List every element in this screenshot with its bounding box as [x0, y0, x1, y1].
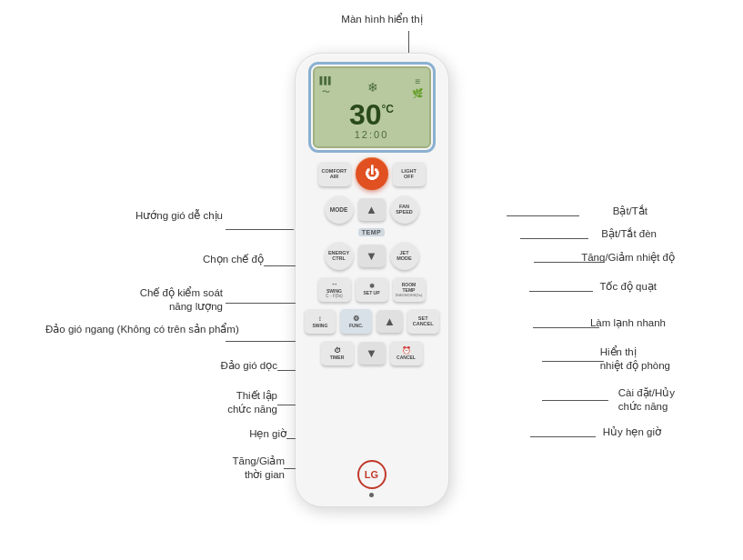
annotation-fast-cool: Làm lạnh nhanh	[590, 316, 666, 330]
snowflake-icon: ❄	[367, 80, 378, 95]
comfort-air-label: COMFORT AIR	[318, 168, 351, 179]
line-room-temp-h	[542, 361, 604, 362]
annotation-swing-v: Đảo gió dọc	[150, 359, 277, 373]
energy-ctrl-label: ENERGYCTRL	[328, 250, 349, 261]
room-temp-button[interactable]: ROOMTEMP DIAGNOSIS(5s)	[393, 276, 426, 302]
display-temperature: 30°C	[349, 100, 394, 129]
row-2: MODE ▲ FANSPEED	[305, 195, 439, 224]
setup-button[interactable]: ❄ SET UP	[356, 276, 388, 302]
scene: Màn hình hiển thị ▌▌▌ 〜 ❄ ≡ 🌿 30°C 12:00	[0, 0, 743, 560]
annotation-display: Màn hình hiển thị	[341, 13, 422, 26]
temp-down-button[interactable]: ▼	[358, 244, 386, 267]
timer-label: TIMER	[330, 355, 345, 360]
annotation-room-temp: Hiển thịnhiệt độ phòng	[600, 345, 670, 373]
func-icon: ⚙	[353, 315, 359, 323]
line-temp-h	[534, 262, 605, 263]
annotation-power: Bật/Tắt	[613, 205, 648, 218]
line-fan-h	[529, 291, 593, 292]
wave-icon: 〜	[322, 86, 330, 98]
temp-unit: °C	[382, 104, 394, 115]
setup-label: SET UP	[363, 290, 379, 295]
up-arrow2-icon: ▲	[384, 315, 396, 328]
row-1: COMFORT AIR ⏻ LIGHTOFF	[305, 157, 439, 190]
row-4: ↔ SWING C→F(5s) ❄ SET UP ROOMTEMP DIAGNO…	[305, 276, 439, 302]
cancel-button[interactable]: ⏰ CANCEL	[390, 340, 423, 365]
cancel-icon: ⏰	[402, 346, 411, 355]
power-button[interactable]: ⏻	[356, 157, 388, 190]
line-light-h	[520, 238, 588, 239]
up-arrow-icon: ▲	[366, 203, 377, 216]
annotation-swing-h: Đảo gió ngang (Không có trên sản phẩm)	[45, 323, 227, 336]
signal-bars-icon: ▌▌▌	[320, 76, 333, 85]
line-set-cancel-h	[542, 400, 608, 401]
annotation-light: Bật/Tắt đèn	[601, 227, 657, 241]
line-timer-h	[286, 438, 296, 439]
set-cancel-button[interactable]: SETCANCEL	[407, 308, 439, 334]
line-power-h	[507, 215, 579, 216]
temp-label-row: TEMP	[305, 228, 439, 236]
swing-h-note: C→F(5s)	[326, 294, 343, 298]
swing-v-icon: ↕	[318, 315, 322, 323]
annotation-timer: Hẹn giờ	[168, 427, 286, 441]
swing-h-button[interactable]: ↔ SWING C→F(5s)	[318, 276, 351, 302]
timer-icon: ⏱	[334, 346, 341, 355]
energy-ctrl-button[interactable]: ENERGYCTRL	[325, 241, 354, 270]
mode-label: MODE	[330, 206, 348, 213]
jet-mode-label: JETMODE	[397, 250, 412, 261]
temp-value: 30	[349, 100, 382, 129]
row-3: ENERGYCTRL ▼ JETMODE	[305, 241, 439, 270]
temp-label: TEMP	[358, 228, 385, 236]
set-cancel-label: SETCANCEL	[413, 315, 434, 326]
display-right-icons: ≡ 🌿	[412, 76, 423, 98]
room-temp-label: ROOMTEMP	[402, 282, 417, 293]
annotation-time-adjust: Tăng/Giảmthời gian	[135, 455, 285, 482]
line-time-h	[284, 468, 296, 469]
down-arrow2-icon: ▼	[366, 346, 377, 360]
jet-mode-button[interactable]: JETMODE	[390, 241, 419, 270]
line-fast-cool-h	[533, 327, 599, 328]
annotation-func: Thiết lậpchức năng	[127, 389, 277, 416]
temp-up-button[interactable]: ▲	[358, 197, 386, 221]
annotation-comfort-air: Hướng gió dễ chịu	[95, 209, 223, 223]
diagnosis-label: DIAGNOSIS(5s)	[396, 293, 423, 297]
display-left-icons: ▌▌▌ 〜	[320, 76, 333, 98]
scroll-down-button[interactable]: ▼	[358, 341, 386, 365]
fan-icon: ≡	[416, 76, 421, 86]
func-button[interactable]: ⚙ FUNC.	[340, 308, 372, 334]
light-off-label: LIGHTOFF	[401, 168, 417, 179]
line-mode-h	[264, 265, 296, 266]
line-func-h	[277, 405, 296, 405]
status-dot	[369, 493, 374, 497]
line-swing-v-h	[277, 370, 296, 371]
timer-button[interactable]: ⏱ TIMER	[321, 340, 354, 365]
annotation-mode: Chọn chế độ	[136, 253, 264, 266]
lg-text: LG	[365, 469, 378, 480]
lg-logo-area: LG	[357, 455, 387, 489]
scroll-up-button[interactable]: ▲	[377, 309, 403, 333]
cancel-label: CANCEL	[397, 355, 416, 360]
lg-logo: LG	[357, 460, 387, 489]
func-label: FUNC.	[349, 323, 363, 328]
snowflake-btn-icon: ❄	[369, 283, 375, 290]
row-6: ⏱ TIMER ▼ ⏰ CANCEL	[305, 340, 439, 365]
swing-v-label: SWING	[312, 323, 327, 328]
power-icon: ⏻	[365, 165, 379, 182]
fan-speed-label: FANSPEED	[396, 204, 413, 215]
line-comfort-h	[226, 229, 294, 230]
annotation-set-cancel: Cài đặt/Hủychức năng	[618, 386, 675, 414]
comfort-air-button[interactable]: COMFORT AIR	[318, 161, 351, 186]
display-screen: ▌▌▌ 〜 ❄ ≡ 🌿 30°C 12:00	[313, 66, 431, 148]
swing-v-button[interactable]: ↕ SWING	[305, 308, 336, 334]
line-cancel-timer-h	[530, 436, 596, 437]
line-energy-h	[226, 303, 296, 304]
display-top-row: ▌▌▌ 〜 ❄ ≡ 🌿	[315, 75, 429, 100]
fan-speed-button[interactable]: FANSPEED	[390, 195, 419, 224]
row-5: ↕ SWING ⚙ FUNC. ▲ SETCANCEL	[305, 308, 439, 334]
annotation-energy: Chế độ kiểm soátnăng lượng	[73, 286, 223, 314]
buttons-area: COMFORT AIR ⏻ LIGHTOFF MODE ▲ FANSPEED	[305, 157, 439, 365]
annotation-fan-speed: Tốc độ quạt	[599, 280, 657, 294]
display-time: 12:00	[355, 129, 389, 140]
light-off-button[interactable]: LIGHTOFF	[393, 161, 426, 186]
mode-button[interactable]: MODE	[325, 195, 354, 224]
line-swing-h-h	[226, 341, 296, 342]
